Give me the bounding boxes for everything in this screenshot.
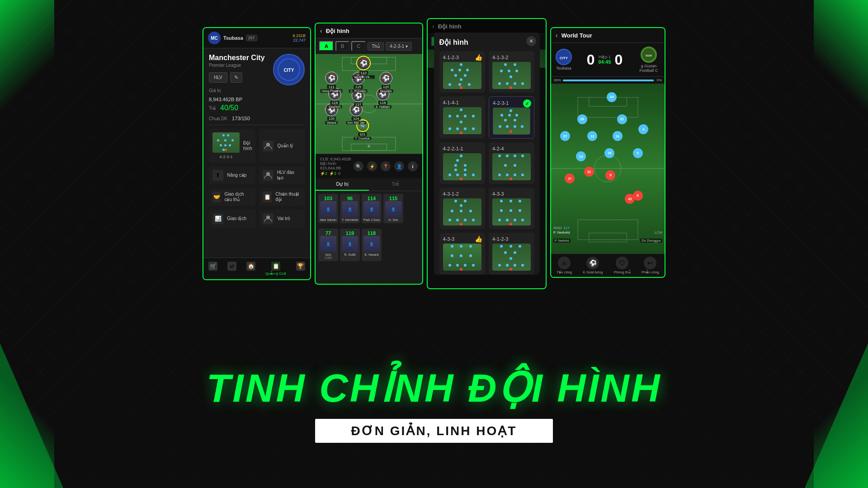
pin-field-btn[interactable]: 📍: [381, 161, 391, 171]
bench7-img: 👤: [363, 236, 380, 252]
mid1-name: Kimmich: [327, 105, 342, 108]
tactic-ball-control[interactable]: ⚽ K.Soát bóng: [583, 257, 603, 274]
formation-4123b[interactable]: 4-1-2-3: [488, 233, 534, 274]
tactic-defend[interactable]: 🛡 Phòng thủ: [614, 257, 631, 274]
f433b-like[interactable]: 👍: [474, 235, 482, 243]
sub-tab-du-bi[interactable]: Dự bị: [316, 178, 369, 191]
value-label: Giá trị: [209, 88, 221, 93]
bench5-img: 👤: [320, 236, 336, 252]
wt-match-field[interactable]: 34 28 22 27 12 16 4 10: [551, 84, 665, 253]
hlv-button[interactable]: HLV: [209, 72, 227, 83]
svg-rect-22: [589, 233, 627, 242]
search-field-btn[interactable]: 🔍: [354, 161, 363, 171]
modal-close-btn[interactable]: ✕: [526, 36, 536, 46]
bench-player-2[interactable]: 96 👤 T. Hernández: [340, 194, 360, 223]
bench7-num: 118: [363, 230, 380, 236]
formation-4312[interactable]: 4-3-1-2: [439, 188, 485, 229]
menu-hlv-dao-tao[interactable]: HLV đào tạo: [259, 166, 305, 184]
bench6-name: R. Gullit: [342, 253, 358, 256]
field-action-icons: 🔍 ⚡ 📍 👤 ℹ: [354, 161, 418, 171]
bench3-name: Park J.Sung: [363, 218, 380, 221]
tab-b[interactable]: B: [335, 41, 349, 51]
formation-433b[interactable]: 4-3-3 👍: [439, 233, 485, 274]
player-label-rdm: RDM 117 P. Nedvěd: [553, 226, 570, 235]
menu-quan-ly[interactable]: Quản lý: [259, 129, 305, 163]
dot-16: 16: [613, 131, 623, 141]
formation-42211[interactable]: 4-2-2-1-1: [439, 142, 485, 184]
menu-quan-ly-text: Quản lý: [277, 143, 293, 149]
bench2-img: 👤: [342, 201, 358, 217]
nav-trophy[interactable]: 🏆: [296, 262, 305, 276]
menu-chien-thuat-doi[interactable]: 📋 Chiến thuật đội: [259, 188, 305, 206]
corner-accent-bl: [0, 352, 54, 488]
bench-player-7[interactable]: 118 👤 E. Hazard: [362, 229, 382, 261]
tactic-attack[interactable]: ⚔ Tấn công: [557, 257, 572, 274]
wt-back-btn[interactable]: ‹: [556, 32, 558, 39]
svg-text:GUA: GUA: [646, 54, 652, 57]
panel1-currency-gold: 8.231B: [292, 33, 306, 38]
bench-player-5[interactable]: 77 👤 Isco CAM: [318, 229, 338, 261]
mid1-stat: 118: [330, 101, 339, 105]
prog-right-pct: 0%: [656, 78, 662, 82]
att1-name: Hùng Phương: [321, 89, 343, 93]
menu-doi-hinh[interactable]: 4-2-3-1 Đội hình: [209, 129, 255, 163]
formation-433[interactable]: 4-3-3: [488, 188, 534, 229]
panel1-club-name: Tsubasa: [223, 35, 243, 41]
divider1: [209, 125, 305, 125]
menu-vai-tro[interactable]: Vai trò: [259, 210, 305, 228]
bench-player-6[interactable]: 119 👤 R. Gullit: [340, 229, 360, 261]
menu-giao-dich[interactable]: 📊 Giao dịch: [209, 210, 255, 228]
nav-club-label: Quản lý CLB: [265, 272, 286, 276]
user-field-btn[interactable]: 👤: [394, 161, 404, 171]
menu-vai-tro-text: Vai trò: [277, 216, 290, 221]
tab-a[interactable]: A: [319, 41, 334, 51]
tab-c[interactable]: C: [351, 41, 366, 51]
nav-home[interactable]: 🏠: [246, 262, 255, 276]
giao-dich-icon: 📊: [212, 213, 223, 224]
bench2-name: T. Hernández: [342, 218, 358, 221]
f4231-selected-icon: ✓: [523, 99, 531, 108]
gk-name: T. Courtois: [354, 137, 371, 140]
nav-transfer[interactable]: ⇄: [227, 262, 236, 276]
player-att3[interactable]: ⚽ 120 Ronaldo: [379, 72, 393, 93]
att3-circle: ⚽: [380, 72, 392, 84]
counter-label: Phản công: [642, 270, 659, 274]
bench-player-3[interactable]: 114 👤 Park J.Sung: [362, 194, 382, 223]
formation-4141[interactable]: 4-1-4-1: [439, 96, 485, 139]
wt-title: World Tour: [561, 32, 592, 39]
club-icon-small: MC: [208, 32, 221, 44]
player-striker[interactable]: ⚽ 110 Nguyễn Văn Toàn: [352, 56, 375, 79]
menu-giao-dich-cau-thu[interactable]: 🤝 Giao dịch cầu thủ: [209, 188, 255, 206]
f4123-like[interactable]: 👍: [474, 54, 482, 61]
dropdown-formation[interactable]: 4-2-3-1 ▾: [386, 42, 412, 51]
nav-cart[interactable]: 🛒: [208, 262, 217, 276]
panel2-field[interactable]: 🧤 101 T. Courtois ⚽ 120 Varane ⚽ 124 Kim…: [316, 54, 422, 154]
bench-player-4[interactable]: 115 👤 H. Son: [383, 194, 403, 223]
f433-field: [492, 198, 530, 225]
f4123b-field: [492, 244, 530, 271]
player-att1[interactable]: ⚽ 111 Hùng Phương: [321, 71, 343, 93]
sub-tab-tre[interactable]: Trẻ: [369, 178, 422, 191]
bench-player-1[interactable]: 103 👤 Alex Sandro: [318, 194, 338, 223]
info-field-btn[interactable]: ℹ: [408, 161, 418, 171]
nav-club-mgmt[interactable]: 📋 Quản lý CLB: [265, 262, 286, 276]
formation-424[interactable]: 4-2-4: [488, 142, 534, 184]
edit-button[interactable]: ✎: [230, 72, 242, 83]
menu-nang-cap[interactable]: ⬆ Nâng cấp: [209, 166, 255, 184]
formation-4231[interactable]: 4-2-3-1 ✓: [488, 96, 534, 139]
panel1-currency: 8.231B 22,747: [292, 33, 306, 42]
f4123b-name: 4-1-2-3: [492, 236, 530, 242]
counter-icon: ↩: [644, 257, 656, 269]
tactic-counter[interactable]: ↩ Phản công: [642, 257, 659, 274]
dot-6: 9: [633, 148, 643, 158]
att3-stat: 120: [382, 85, 390, 89]
formation-4123[interactable]: 4-1-2-3 👍: [439, 51, 485, 93]
formation-4132[interactable]: 4-1-3-2: [488, 51, 534, 93]
striker-name: Nguyễn Văn Toàn: [352, 75, 375, 79]
bolt-field-btn[interactable]: ⚡: [367, 161, 377, 171]
panel2-back-btn[interactable]: ‹: [320, 27, 322, 34]
formation-label: 4-2-3-1: [219, 155, 232, 159]
club-mgmt-icon: 📋: [271, 262, 280, 271]
panel2-field-bar: CLB: 8,943.462B Đội hình: 815,844.8B ⚡2 …: [316, 154, 422, 178]
dropdown-thu[interactable]: Thủ: [368, 42, 384, 51]
